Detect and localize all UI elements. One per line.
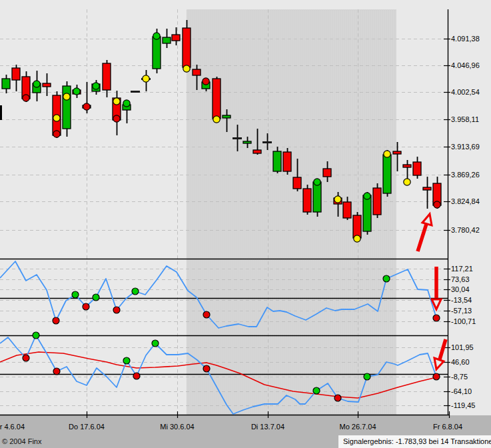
yellow-signal-dot [183, 65, 190, 72]
green-signal-dot [123, 100, 130, 107]
chart-window: 4.091,384.046,964.002,543.958,113.913,69… [0, 0, 491, 448]
red-signal-dot [53, 131, 60, 137]
candle-body [253, 150, 261, 153]
y-axis-tick-label: -64,10 [451, 387, 472, 395]
red-signal-dot [83, 103, 90, 110]
y-axis-tick-label: 73,63 [451, 275, 470, 283]
yellow-signal-dot [63, 93, 70, 100]
red-signal-dot [334, 395, 341, 401]
green-signal-dot [73, 88, 80, 95]
candle-body [373, 188, 381, 215]
candle-body [363, 195, 371, 231]
y-axis-tick-label: -100,71 [451, 317, 476, 325]
y-axis-tick-label: -57,13 [451, 307, 472, 315]
candle-body [413, 162, 421, 175]
candle-body [172, 35, 180, 41]
green-signal-dot [123, 357, 130, 364]
candle-body [223, 115, 231, 118]
green-signal-dot [72, 291, 79, 298]
red-signal-dot [53, 317, 59, 324]
red-signal-dot [133, 373, 140, 379]
x-axis-tick-label: Mi 30.6.04 [160, 423, 194, 431]
candle-body [262, 141, 272, 143]
candle-body [283, 152, 291, 171]
y-axis-tick-label: 3.958,11 [451, 115, 479, 123]
green-signal-dot [33, 332, 39, 339]
y-axis-tick-label: 4.002,54 [451, 88, 480, 96]
y-axis-tick-label: -8,75 [451, 373, 468, 381]
y-axis-tick-label: -13,54 [451, 296, 472, 304]
candle-body [353, 215, 361, 238]
y-axis-tick-label: 3.824,84 [451, 197, 480, 205]
green-signal-dot [93, 83, 99, 89]
yellow-signal-dot [53, 115, 60, 121]
candle-body [273, 151, 281, 171]
y-axis-tick-label: 4.091,38 [451, 35, 480, 43]
candle-body [213, 79, 221, 119]
candle-body [423, 187, 431, 190]
red-signal-dot [433, 373, 440, 380]
red-signal-dot [203, 365, 210, 372]
red-signal-dot [83, 303, 89, 310]
green-signal-dot [314, 179, 320, 185]
candle-body [403, 165, 411, 167]
green-signal-dot [93, 294, 99, 301]
red-signal-dot [203, 311, 210, 318]
yellow-signal-dot [113, 98, 120, 105]
green-signal-dot [33, 81, 40, 87]
green-signal-dot [132, 288, 139, 295]
green-signal-dot [313, 387, 320, 394]
candle-body [63, 86, 71, 129]
red-signal-dot [113, 115, 120, 122]
y-axis-tick-label: 46,60 [451, 358, 470, 366]
candle-body [131, 91, 140, 93]
y-axis-tick-label: 4.046,96 [451, 61, 480, 69]
y-axis-tick-label: -119,45 [451, 401, 476, 409]
red-signal-dot [23, 95, 29, 101]
green-signal-dot [364, 373, 370, 380]
candle-body [323, 169, 331, 177]
red-signal-dot [113, 307, 120, 313]
green-signal-dot [383, 275, 390, 282]
candle-body [313, 182, 321, 212]
x-axis-tick-label: Di 13.7.04 [251, 423, 284, 431]
green-signal-dot [152, 340, 159, 347]
yellow-signal-dot [384, 151, 390, 157]
yellow-signal-dot [404, 179, 410, 185]
green-signal-dot [153, 33, 160, 39]
candle-body [393, 151, 401, 154]
yellow-signal-dot [354, 235, 360, 242]
yellow-signal-dot [334, 196, 341, 203]
candle-body [43, 83, 51, 87]
x-axis-tick-label: Mo 26.7.04 [339, 423, 376, 431]
x-axis-tick-label: Fr 4.6.04 [0, 423, 25, 431]
candle-body [383, 155, 391, 193]
red-signal-dot [23, 355, 29, 361]
candle-body [343, 202, 351, 218]
y-axis-tick-label: 3.913,69 [451, 143, 480, 151]
y-axis-tick-label: 3.780,42 [451, 226, 480, 234]
candle-body [163, 37, 171, 43]
candle-body [303, 189, 311, 212]
candle-body [193, 69, 201, 75]
candle-body [103, 63, 111, 90]
candle-body [243, 141, 251, 143]
x-axis-tick-label: Do 17.6.04 [69, 423, 105, 431]
candle-body [2, 79, 10, 89]
y-axis-tick-label: 101,95 [451, 343, 474, 351]
candle-body [153, 37, 161, 69]
green-signal-dot [364, 193, 370, 199]
candle-body [233, 137, 242, 139]
candle-body [293, 177, 301, 189]
status-strip [0, 415, 491, 448]
red-signal-dot [203, 78, 209, 85]
yellow-signal-dot [213, 116, 220, 123]
red-signal-dot [53, 368, 60, 375]
x-axis-tick-label: Fr 6.8.04 [433, 423, 462, 431]
chart-canvas[interactable]: 4.091,384.046,964.002,543.958,113.913,69… [0, 0, 491, 448]
yellow-signal-dot [143, 75, 149, 82]
candle-body [183, 28, 191, 67]
candle-body [12, 68, 20, 80]
red-signal-dot [434, 201, 440, 208]
y-axis-tick-label: 30,04 [451, 285, 470, 293]
